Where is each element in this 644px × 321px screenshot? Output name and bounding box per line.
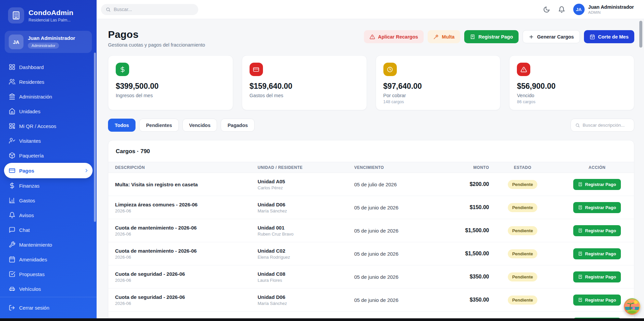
receipt-icon <box>470 34 475 40</box>
sidebar-item-amenidades[interactable]: Amenidades <box>0 252 97 267</box>
stat-value: $56,900.00 <box>517 82 627 91</box>
sidebar-item-paqueteria[interactable]: Paquetería <box>0 148 97 163</box>
sidebar-item-dashboard[interactable]: Dashboard <box>0 60 97 74</box>
column-header: UNIDAD / RESIDENTE <box>258 165 354 170</box>
brand-subtitle: Residencial Las Palm... <box>29 18 73 22</box>
row-registrar-pago-button[interactable]: Registrar Pago <box>573 179 621 190</box>
sidebar-item-visitantes[interactable]: Visitantes <box>0 133 97 148</box>
row-action-label: Registrar Pago <box>585 182 616 187</box>
cell-action: Registrar Pago <box>556 179 634 190</box>
sidebar-item-pagos[interactable]: Pagos <box>4 163 93 178</box>
sidebar-item-vehiculos[interactable]: Vehículos <box>0 281 97 296</box>
cell-description: Cuota de seguridad - 2026-062026-06 <box>115 294 258 306</box>
sidebar-item-label: Residentes <box>19 79 44 85</box>
row-registrar-pago-button[interactable]: Registrar Pago <box>573 271 621 282</box>
cell-action: Registrar Pago <box>556 225 634 236</box>
page-scrollbar[interactable] <box>639 21 642 48</box>
sidebar-item-label: Unidades <box>19 109 40 114</box>
sidebar-item-mantenimiento[interactable]: Mantenimiento <box>0 237 97 252</box>
tab-label: Pagados <box>227 123 248 128</box>
visitor-check-icon <box>9 137 15 144</box>
global-search-input[interactable] <box>114 7 194 12</box>
cell-due-date: 05 de junio de 2026 <box>354 251 461 257</box>
cell-status: Pendiente <box>489 296 556 305</box>
qr-icon <box>9 123 15 129</box>
stat-value: $159,640.00 <box>250 82 359 91</box>
table-search-input[interactable] <box>583 123 630 128</box>
role-badge: Administrador <box>28 43 59 49</box>
bell-icon[interactable] <box>558 6 565 13</box>
logout-button[interactable]: Cerrar sesión <box>0 302 97 314</box>
cell-action: Registrar Pago <box>556 271 634 282</box>
sidebar: CondoAdmin Residencial Las Palm... JA Ju… <box>0 0 97 321</box>
brand-name: CondoAdmin <box>29 9 73 17</box>
corte-de-mes-button[interactable]: Corte de Mes <box>584 30 634 43</box>
bank-icon <box>9 93 15 100</box>
cell-description: Multa: Visita sin registro en caseta <box>115 182 258 187</box>
page-header: Pagos Gestiona cuotas y pagos del fracci… <box>108 29 634 48</box>
stat-cards: $399,500.00Ingresos del mes$159,640.00Ga… <box>108 55 634 110</box>
calendar-icon <box>9 256 15 263</box>
row-registrar-pago-button[interactable]: Registrar Pago <box>573 295 621 306</box>
row-registrar-pago-button[interactable]: Registrar Pago <box>573 225 621 236</box>
sidebar-item-residentes[interactable]: Residentes <box>0 74 97 89</box>
sidebar-item-label: Finanzas <box>19 183 40 189</box>
multa-button[interactable]: Multa <box>428 30 460 43</box>
column-header: ACCIÓN <box>556 165 634 170</box>
status-badge: Pendiente <box>508 296 537 305</box>
sidebar-item-finanzas[interactable]: Finanzas <box>0 178 97 193</box>
topbar-user-chip[interactable]: JA Juan Administrador ADMIN <box>573 4 634 15</box>
sidebar-item-label: Pagos <box>19 168 34 174</box>
sidebar-item-label: Chat <box>19 227 30 233</box>
stat-card-2: $97,640.00Por cobrar148 cargos <box>376 55 501 110</box>
sidebar-item-propuestas[interactable]: Propuestas <box>0 267 97 281</box>
stat-label: Gastos del mes <box>250 93 359 98</box>
global-search[interactable] <box>101 4 198 15</box>
page-subtitle: Gestiona cuotas y pagos del fraccionamie… <box>108 42 205 48</box>
tab-vencidos[interactable]: Vencidos <box>182 119 217 132</box>
tab-pagados[interactable]: Pagados <box>221 119 254 132</box>
cell-amount: $200.00 <box>461 181 489 187</box>
stat-value: $399,500.00 <box>116 82 225 91</box>
sidebar-item-label: Avisos <box>19 212 34 218</box>
sidebar-item-label: Gastos <box>19 198 35 203</box>
row-registrar-pago-button[interactable]: Registrar Pago <box>573 202 621 213</box>
sidebar-scrollbar[interactable] <box>94 53 96 222</box>
floating-island-button[interactable] <box>624 298 640 315</box>
cell-due-date: 05 de junio de 2026 <box>354 228 461 234</box>
sidebar-item-gastos[interactable]: Gastos <box>0 193 97 208</box>
charges-table-card: Cargos · 790 DESCRIPCIÓNUNIDAD / RESIDEN… <box>108 140 634 321</box>
credit-card-icon <box>253 66 259 73</box>
tab-todos[interactable]: Todos <box>108 119 136 132</box>
sidebar-user-card[interactable]: JA Juan Administrador Administrador <box>5 31 92 53</box>
cell-amount: $1,500.00 <box>461 228 489 234</box>
sidebar-item-mi-qr-accesos[interactable]: Mi QR / Accesos <box>0 119 97 133</box>
dollar-icon <box>9 182 15 189</box>
sidebar-item-avisos[interactable]: Avisos <box>0 208 97 222</box>
sidebar-item-label: Mantenimiento <box>19 242 52 248</box>
credit-card-icon <box>9 167 15 174</box>
status-badge: Pendiente <box>508 203 537 212</box>
button-label: Multa <box>442 34 454 40</box>
sidebar-item-chat[interactable]: Chat <box>0 222 97 237</box>
sidebar-item-label: Visitantes <box>19 138 41 144</box>
generar-cargos-button[interactable]: Generar Cargos <box>523 30 580 43</box>
car-icon <box>9 285 15 292</box>
row-registrar-pago-button[interactable]: Registrar Pago <box>573 248 621 259</box>
stat-label: Vencido <box>517 93 627 98</box>
tab-label: Todos <box>115 123 129 128</box>
status-badge: Pendiente <box>508 180 537 189</box>
sidebar-item-administracion[interactable]: Administración <box>0 89 97 104</box>
sidebar-item-unidades[interactable]: Unidades <box>0 104 97 119</box>
cell-unit-resident: Unidad C08Laura Flores <box>258 271 354 283</box>
search-icon <box>575 123 580 128</box>
cell-amount: $350.00 <box>461 274 489 280</box>
registrar-pago-button[interactable]: Registrar Pago <box>464 30 519 43</box>
table-search[interactable] <box>571 119 634 132</box>
plus-icon <box>529 34 534 40</box>
moon-icon[interactable] <box>543 6 550 13</box>
tab-pendientes[interactable]: Pendientes <box>139 119 178 132</box>
table-row: Cuota de seguridad - 2026-062026-06Unida… <box>108 265 634 288</box>
receipt-icon <box>578 228 583 233</box>
aplicar-recargos-button[interactable]: Aplicar Recargos <box>364 30 424 43</box>
